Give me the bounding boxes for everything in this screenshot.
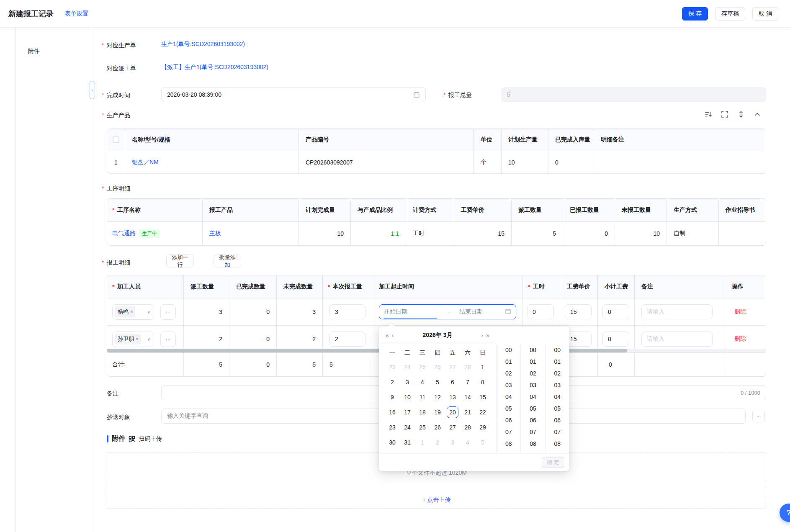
calendar-day[interactable]: 1 <box>417 437 428 448</box>
calendar-day[interactable]: 30 <box>386 437 398 448</box>
remark-input[interactable]: 请输入 <box>641 304 713 319</box>
calendar-day[interactable]: 28 <box>462 361 473 373</box>
time-option[interactable]: 05 <box>497 403 520 414</box>
calendar-day[interactable]: 23 <box>386 361 398 373</box>
calendar-day[interactable]: 26 <box>432 421 443 433</box>
time-option[interactable]: 01 <box>521 356 545 368</box>
more-options-button[interactable]: ··· <box>160 304 176 320</box>
calendar-day-today[interactable]: 20 <box>447 406 458 418</box>
calendar-day[interactable]: 25 <box>417 361 428 373</box>
scan-upload-link[interactable]: 扫码上传 <box>139 435 162 443</box>
calendar-day[interactable]: 2 <box>386 376 398 388</box>
calendar-day[interactable]: 6 <box>447 376 458 388</box>
time-option[interactable]: 05 <box>546 403 569 414</box>
remove-tag-icon[interactable]: × <box>130 309 133 315</box>
calendar-day[interactable]: 19 <box>432 406 443 418</box>
calendar-day[interactable]: 27 <box>447 421 458 433</box>
time-option[interactable]: 00 <box>521 344 545 356</box>
time-option[interactable]: 03 <box>546 379 569 391</box>
calendar-day[interactable]: 17 <box>401 406 413 418</box>
click-upload-link[interactable]: + 点击上传 <box>107 496 766 504</box>
worker-select[interactable]: 杨鸣 × ∨ <box>112 304 154 320</box>
time-option[interactable]: 02 <box>521 368 545 379</box>
calendar-day[interactable]: 16 <box>386 406 398 418</box>
scan-qr-icon[interactable] <box>129 436 135 442</box>
delete-row-link[interactable]: 删除 <box>734 308 746 316</box>
collapse-section-icon[interactable] <box>754 111 761 118</box>
calendar-day[interactable]: 7 <box>462 376 473 388</box>
time-option[interactable]: 06 <box>521 414 545 426</box>
calendar-day[interactable]: 27 <box>447 361 458 373</box>
time-option[interactable]: 07 <box>546 426 569 438</box>
calendar-day[interactable]: 4 <box>417 376 428 388</box>
calendar-day[interactable]: 24 <box>401 421 413 433</box>
sidebar-collapse-handle[interactable]: ‹ <box>90 81 95 99</box>
prev-year-button[interactable]: « <box>386 332 389 339</box>
save-draft-button[interactable]: 存草稿 <box>715 7 745 21</box>
time-option[interactable]: 00 <box>546 344 569 356</box>
report-product-link[interactable]: 主板 <box>209 230 221 237</box>
time-option[interactable]: 04 <box>546 391 569 403</box>
subtotal-input[interactable]: 0 <box>602 332 629 347</box>
calendar-day[interactable]: 14 <box>462 391 473 403</box>
row-height-icon[interactable] <box>737 111 745 118</box>
time-option[interactable]: 06 <box>546 414 569 426</box>
worker-select[interactable]: 孙卫朋 × ∨ <box>112 332 154 347</box>
calendar-day[interactable]: 5 <box>477 437 489 448</box>
subtotal-input[interactable]: 0 <box>602 304 629 319</box>
calendar-day[interactable]: 13 <box>447 391 458 403</box>
calendar-day[interactable]: 10 <box>401 391 413 403</box>
select-all-checkbox[interactable] <box>113 136 119 143</box>
batch-add-button[interactable]: 批量添加 <box>214 254 241 267</box>
calendar-day[interactable]: 21 <box>462 406 473 418</box>
calendar-day[interactable]: 24 <box>401 361 413 373</box>
hours-input[interactable]: 0 <box>527 304 554 319</box>
date-range-input[interactable]: 开始日期 → 结束日期 <box>379 304 516 319</box>
confirm-button[interactable]: 确 定 <box>542 457 564 468</box>
time-option[interactable]: 02 <box>497 368 520 379</box>
sort-rows-icon[interactable] <box>705 111 712 118</box>
time-option[interactable]: 03 <box>521 379 545 391</box>
dispatch-order-link[interactable]: 【派工】生产1(单号:SCD202603193002) <box>161 64 268 71</box>
calendar-day[interactable]: 5 <box>432 376 443 388</box>
calendar-day[interactable]: 25 <box>417 421 428 433</box>
sidebar-item-attachment[interactable]: 附件 <box>15 48 93 55</box>
production-order-link[interactable]: 生产1(单号:SCD202603193002) <box>161 41 245 48</box>
calendar-day[interactable]: 31 <box>401 437 413 448</box>
remove-tag-icon[interactable]: × <box>136 336 139 342</box>
help-button[interactable]: ? <box>780 504 790 522</box>
time-option[interactable]: 08 <box>521 438 545 450</box>
time-option[interactable]: 05 <box>521 403 545 414</box>
product-name-link[interactable]: 键盘／NM <box>132 159 159 166</box>
calendar-day[interactable]: 3 <box>401 376 413 388</box>
time-option[interactable]: 08 <box>497 438 520 450</box>
calendar-day[interactable]: 22 <box>477 406 489 418</box>
process-name-link[interactable]: 电气通路 <box>112 230 136 237</box>
calendar-day[interactable]: 26 <box>432 361 443 373</box>
time-option[interactable]: 03 <box>497 379 520 391</box>
unit-price-input[interactable]: 15 <box>565 304 592 319</box>
report-qty-input[interactable]: 2 <box>329 332 365 347</box>
more-options-button[interactable]: ··· <box>160 332 176 347</box>
fullscreen-icon[interactable] <box>721 111 728 118</box>
calendar-day[interactable]: 15 <box>477 391 489 403</box>
add-row-button[interactable]: 添加一行 <box>166 254 194 267</box>
cc-more-button[interactable]: ··· <box>752 410 765 422</box>
calendar-day[interactable]: 9 <box>386 391 398 403</box>
delete-row-link[interactable]: 删除 <box>734 335 746 343</box>
calendar-day[interactable]: 4 <box>462 437 473 448</box>
time-option[interactable]: 07 <box>497 426 520 438</box>
save-button[interactable]: 保 存 <box>682 7 708 21</box>
time-option[interactable]: 01 <box>546 356 569 368</box>
time-option[interactable]: 04 <box>497 391 520 403</box>
time-option[interactable]: 04 <box>521 391 545 403</box>
time-option[interactable]: 02 <box>546 368 569 379</box>
finish-time-input[interactable]: 2026-03-20 08:39:00 <box>161 87 426 102</box>
next-year-button[interactable]: » <box>486 332 489 339</box>
calendar-day[interactable]: 29 <box>477 421 489 433</box>
next-month-button[interactable]: › <box>481 332 484 339</box>
form-settings-link[interactable]: 表单设置 <box>65 10 88 18</box>
time-option[interactable]: 01 <box>497 356 520 368</box>
time-option[interactable]: 00 <box>497 344 520 356</box>
calendar-day[interactable]: 3 <box>447 437 458 448</box>
